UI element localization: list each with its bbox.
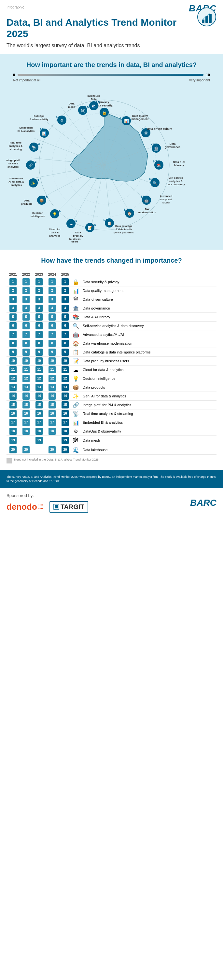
- trend-name-cell: Embedded BI & analytics: [80, 418, 217, 427]
- svg-text:📊: 📊: [124, 118, 129, 123]
- svg-text:📊: 📊: [42, 131, 46, 136]
- denodo-dots: ••••••••: [38, 503, 43, 510]
- rank-cell: 13: [19, 383, 33, 392]
- rank-cell: 16: [59, 409, 72, 418]
- rank-cell: 5: [33, 313, 46, 321]
- rank-cell: 3: [46, 295, 59, 304]
- svg-text:& data intelli-: & data intelli-: [116, 228, 132, 231]
- svg-text:7.5: 7.5: [141, 127, 145, 130]
- svg-rect-2: [205, 16, 208, 23]
- rank-box: 6: [62, 322, 69, 329]
- trend-icon-cell: 🔒: [72, 278, 80, 286]
- table-row: 88888🏠Data warehouse modernization: [6, 339, 217, 348]
- sponsored-by-label: Sponsored by:: [6, 493, 88, 498]
- rank-box: 2: [62, 287, 69, 294]
- svg-text:5.3: 5.3: [36, 142, 40, 145]
- trend-icon-cell: 💡: [72, 374, 80, 383]
- rank-cell: 16: [6, 409, 19, 418]
- svg-text:🔍: 🔍: [153, 181, 157, 185]
- svg-text:ML/AI: ML/AI: [162, 201, 170, 204]
- scale-bar-container: 0 10: [13, 73, 210, 77]
- svg-text:streaming: streaming: [10, 148, 22, 151]
- rank-box-empty: [22, 436, 30, 444]
- trend-name-cell: Integr. platf. for PM & analytics: [80, 401, 217, 409]
- rank-cell: 17: [46, 418, 59, 427]
- trend-name-cell: Cloud for data & analytics: [80, 366, 217, 374]
- rank-box: 9: [48, 348, 56, 356]
- trend-icon-cell: 📦: [72, 383, 80, 392]
- svg-text:analytics: analytics: [8, 165, 19, 168]
- rank-cell: 7: [6, 330, 19, 339]
- rank-box: 16: [22, 410, 30, 417]
- rank-cell: 2: [59, 286, 72, 295]
- rank-box: 7: [62, 331, 69, 338]
- scale-min-num: 0: [13, 73, 15, 77]
- svg-text:literacy: literacy: [174, 164, 184, 167]
- trend-icon-cell: 📋: [72, 348, 80, 357]
- rank-cell: 6: [19, 321, 33, 330]
- rank-box: 16: [35, 410, 43, 417]
- rank-cell: 18: [6, 427, 19, 436]
- trend-icon-cell: 🕸: [72, 436, 80, 445]
- trend-name-cell: Data governance: [80, 304, 217, 313]
- trend-name-cell: Decision intelligence: [80, 374, 217, 383]
- rank-box: 14: [22, 393, 30, 400]
- trend-name-cell: Data products: [80, 383, 217, 392]
- rank-box: 12: [48, 375, 56, 382]
- svg-text:data &: data &: [51, 231, 59, 234]
- section2-title: How have the trends changed in importanc…: [6, 256, 217, 265]
- section1-title: How important are the trends in data, BI…: [6, 60, 217, 69]
- rank-cell: 16: [19, 409, 33, 418]
- svg-text:Data quality: Data quality: [132, 114, 148, 118]
- rank-box: 10: [48, 357, 56, 364]
- rank-box: 3: [62, 296, 69, 303]
- rank-box: 20: [22, 446, 30, 453]
- rank-cell: 8: [19, 339, 33, 348]
- rank-cell: 13: [59, 383, 72, 392]
- svg-text:Generative: Generative: [10, 177, 23, 180]
- svg-text:6.6: 6.6: [149, 177, 153, 181]
- rank-box: 14: [62, 393, 69, 400]
- svg-text:🏛: 🏛: [144, 131, 148, 135]
- rank-cell: 5: [46, 313, 59, 321]
- rank-cell: 4: [19, 304, 33, 313]
- rank-box: 6: [35, 322, 43, 329]
- svg-text:Data: Data: [170, 142, 176, 145]
- rank-box: 7: [35, 331, 43, 338]
- trend-icon-cell: 🤖: [72, 330, 80, 339]
- chart-icon: [197, 7, 217, 28]
- sponsor-section: Sponsored by: denodo •••••••• TARGIT B: [0, 488, 223, 519]
- svg-text:4.5: 4.5: [84, 105, 89, 109]
- svg-text:Decision: Decision: [32, 212, 43, 215]
- rank-box: 20: [62, 446, 69, 453]
- rank-box: 15: [22, 401, 30, 409]
- svg-text:5.9: 5.9: [73, 220, 77, 223]
- rank-box: 18: [10, 428, 17, 435]
- rank-cell: 18: [59, 427, 72, 436]
- svg-text:prep. by: prep. by: [73, 234, 83, 237]
- svg-text:Embedded: Embedded: [19, 126, 33, 129]
- svg-text:📡: 📡: [32, 145, 36, 150]
- trend-name-cell: Advanced analytics/ML/AI: [80, 330, 217, 339]
- svg-text:Data & AI: Data & AI: [173, 161, 185, 164]
- rank-box: 16: [10, 410, 17, 417]
- rank-box: 2: [22, 287, 30, 294]
- rank-cell: [46, 436, 59, 445]
- trend-icon-cell: 🌊: [72, 445, 80, 455]
- svg-text:6.6: 6.6: [141, 195, 145, 198]
- rank-cell: 6: [46, 321, 59, 330]
- rank-box: 18: [48, 428, 56, 435]
- svg-text:☁: ☁: [69, 222, 73, 226]
- rank-cell: 2: [6, 286, 19, 295]
- svg-text:5.5: 5.5: [35, 178, 40, 181]
- rank-cell: 7: [33, 330, 46, 339]
- rank-box: 12: [62, 375, 69, 382]
- rank-box: 6: [10, 322, 17, 329]
- svg-text:8.0: 8.0: [120, 117, 124, 120]
- rank-box: 3: [10, 296, 17, 303]
- svg-text:analytics &: analytics &: [9, 145, 22, 148]
- trends-table-wrapper: 2021202220232024202511111🔒Data security …: [6, 271, 217, 455]
- table-row: 1717171717📊Embedded BI & analytics: [6, 418, 217, 427]
- rank-box: 14: [35, 393, 43, 400]
- rank-box: 17: [35, 419, 43, 426]
